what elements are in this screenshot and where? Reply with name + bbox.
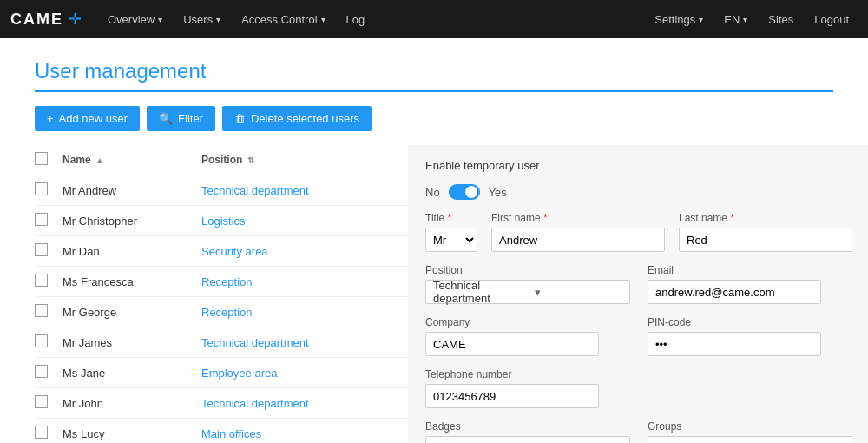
row-name: Mr James xyxy=(62,336,201,349)
lastname-group: Last name * xyxy=(679,212,852,252)
row-checkbox[interactable] xyxy=(35,213,48,226)
row-name: Mr John xyxy=(62,397,201,410)
add-user-button[interactable]: + Add new user xyxy=(35,106,140,131)
telephone-input[interactable] xyxy=(425,384,599,408)
company-group: Company xyxy=(425,316,630,356)
logo-text: CAME xyxy=(10,10,63,29)
chevron-down-icon: ▾ xyxy=(743,15,747,24)
delete-selected-button[interactable]: 🗑 Delete selected users xyxy=(222,106,372,131)
email-input[interactable] xyxy=(648,280,821,304)
nav-item-sites[interactable]: Sites xyxy=(760,8,802,31)
filter-icon: 🔍 xyxy=(159,112,173,125)
groups-value: SUBSCRIBERS xyxy=(648,436,852,443)
badge-input-wrap: 123456789 🗑 xyxy=(425,436,630,443)
table-row[interactable]: Mr John Technical department xyxy=(35,388,408,419)
title-label: Title * xyxy=(425,212,477,224)
toggle-row: No Yes xyxy=(425,184,852,200)
toolbar: + Add new user 🔍 Filter 🗑 Delete selecte… xyxy=(35,106,833,131)
header-check[interactable] xyxy=(35,152,62,168)
row-checkbox[interactable] xyxy=(35,365,48,378)
trash-icon: 🗑 xyxy=(234,112,246,125)
position-dropdown[interactable]: Technical department ▾ xyxy=(425,280,630,304)
title-group: Title * Mr Ms Mrs xyxy=(425,212,477,252)
col-header-position: Position ⇅ xyxy=(201,154,375,166)
row-checkbox[interactable] xyxy=(35,182,48,195)
nav-item-logout[interactable]: Logout xyxy=(806,8,858,31)
table-row[interactable]: Ms Francesca Reception xyxy=(35,267,408,297)
email-label: Email xyxy=(648,264,852,276)
row-position: Technical department xyxy=(201,397,375,410)
badge-delete-button[interactable]: 🗑 xyxy=(528,438,629,444)
telephone-label: Telephone number xyxy=(425,368,852,380)
enable-temp-user-row: Enable temporary user xyxy=(425,159,852,172)
nav-item-settings[interactable]: Settings ▾ xyxy=(646,8,712,31)
row-checkbox[interactable] xyxy=(35,395,48,408)
content-area: Name ▲ Position ⇅ Mr Andrew Technical de… xyxy=(35,145,833,443)
table-row[interactable]: Mr George Reception xyxy=(35,297,408,327)
nav-label-logout: Logout xyxy=(814,13,849,26)
firstname-group: First name * xyxy=(491,212,665,252)
company-input[interactable] xyxy=(425,332,599,356)
enable-temp-label: Enable temporary user xyxy=(425,159,540,172)
badges-groups-row: Badges 123456789 🗑 Groups SUBSCRIBERS xyxy=(425,420,852,443)
row-position: Reception xyxy=(201,306,375,319)
plus-icon: + xyxy=(47,112,54,125)
nav-item-log[interactable]: Log xyxy=(338,8,374,31)
firstname-label: First name * xyxy=(491,212,665,224)
detail-panel: Enable temporary user No Yes Title * Mr … xyxy=(408,145,868,443)
badges-label: Badges xyxy=(425,420,630,433)
row-position: Technical department xyxy=(201,184,375,197)
filter-button[interactable]: 🔍 Filter xyxy=(147,106,215,131)
nav-item-overview[interactable]: Overview ▾ xyxy=(99,8,171,31)
yes-label: Yes xyxy=(489,186,507,199)
nav-menu: Overview ▾ Users ▾ Access Control ▾ Log xyxy=(99,8,646,31)
nav-label-sites: Sites xyxy=(768,13,793,26)
nav-item-language[interactable]: EN ▾ xyxy=(715,8,756,31)
pin-group: PIN-code xyxy=(648,316,852,356)
name-form-row: Title * Mr Ms Mrs First name * xyxy=(425,212,852,252)
title-select[interactable]: Mr Ms Mrs xyxy=(425,228,477,252)
pin-input[interactable] xyxy=(648,332,821,356)
table-row[interactable]: Mr Dan Security area xyxy=(35,236,408,267)
row-position: Employee area xyxy=(201,367,375,380)
sort-icon-position[interactable]: ⇅ xyxy=(247,155,254,165)
row-position: Technical department xyxy=(201,336,375,349)
select-all-checkbox[interactable] xyxy=(35,152,48,165)
nav-item-users[interactable]: Users ▾ xyxy=(174,8,229,31)
table-row[interactable]: Mr James Technical department xyxy=(35,327,408,358)
nav-label-overview: Overview xyxy=(108,13,155,26)
chevron-down-icon: ▾ xyxy=(529,286,629,299)
row-position: Reception xyxy=(201,275,375,288)
row-name: Mr Andrew xyxy=(62,184,201,197)
user-table: Name ▲ Position ⇅ Mr Andrew Technical de… xyxy=(35,145,408,443)
nav-label-access-control: Access Control xyxy=(241,13,317,26)
firstname-input[interactable] xyxy=(491,228,665,252)
badges-group: Badges 123456789 🗑 xyxy=(425,420,630,443)
company-pin-row: Company PIN-code xyxy=(425,316,852,356)
nav-label-log: Log xyxy=(346,13,365,26)
table-row[interactable]: Ms Lucy Main offices xyxy=(35,419,408,443)
row-checkbox[interactable] xyxy=(35,426,48,439)
topnav: CAME ✛ Overview ▾ Users ▾ Access Control… xyxy=(0,0,868,38)
row-checkbox[interactable] xyxy=(35,304,48,317)
chevron-down-icon: ▾ xyxy=(699,15,703,24)
filter-label: Filter xyxy=(178,112,203,125)
col-header-name: Name ▲ xyxy=(62,154,201,166)
nav-item-access-control[interactable]: Access Control ▾ xyxy=(233,8,333,31)
groups-group: Groups SUBSCRIBERS xyxy=(648,420,852,443)
pin-label: PIN-code xyxy=(648,316,852,328)
lastname-input[interactable] xyxy=(679,228,852,252)
chevron-down-icon: ▾ xyxy=(321,15,326,24)
temp-user-toggle[interactable] xyxy=(449,184,480,200)
table-row[interactable]: Mr Christopher Logistics xyxy=(35,206,408,236)
email-group: Email xyxy=(648,264,852,304)
row-checkbox[interactable] xyxy=(35,243,48,256)
row-checkbox[interactable] xyxy=(35,274,48,287)
sort-icon-name[interactable]: ▲ xyxy=(95,155,104,165)
table-row[interactable]: Mr Andrew Technical department xyxy=(35,175,408,206)
table-row[interactable]: Ms Jane Employee area xyxy=(35,358,408,388)
row-name: Ms Jane xyxy=(62,367,201,380)
nav-label-language: EN xyxy=(724,13,740,26)
col-name-label: Name xyxy=(62,154,91,166)
row-checkbox[interactable] xyxy=(35,334,48,347)
